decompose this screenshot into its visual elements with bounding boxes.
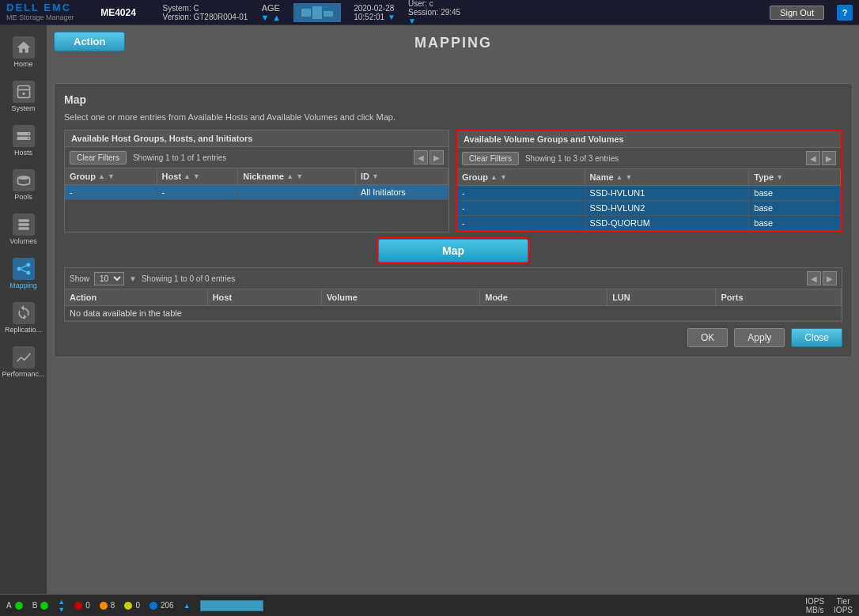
pools-icon [16,172,32,188]
type-filter-icon[interactable]: ▼ [776,173,783,181]
system-icon [16,84,32,100]
performance-icon [16,350,32,365]
dialog-buttons: OK Apply Close [64,322,842,347]
sidebar-item-performance[interactable]: Performanc... [1,342,47,383]
sidebar-item-system[interactable]: System [1,76,47,117]
apply-button[interactable]: Apply [734,328,785,347]
up-down-arrows2: ▲ [184,602,191,610]
svg-point-16 [26,271,30,275]
left-entry-count: Showing 1 to 1 of 1 entries [133,153,226,162]
map-dialog: Map Select one or more entries from Avai… [54,83,853,357]
svg-rect-0 [301,9,311,17]
volumes-icon [16,217,32,232]
id-filter-icon[interactable]: ▼ [372,172,379,180]
svg-point-9 [28,138,29,139]
system-info: System: C Version: GT280R004-01 [163,4,248,21]
status-bar: A B ▲ ▼ 0 8 0 206 ▲ IOPS MB/s Tier IOPS [0,594,859,616]
left-table: Group▲▼ Host▲▼ Nickname▲▼ ID▼ --All Init… [65,168,448,200]
table-row[interactable]: -SSD-HVLUN1base [457,186,841,201]
show-row: Show 10 25 50 ▼ Showing 1 to 0 of 0 entr… [65,268,842,289]
dialog-title: Map [64,93,842,106]
led-a-green [15,602,23,610]
led-red [74,602,82,610]
svg-rect-13 [18,227,28,229]
sidebar: Home System Hosts Pools [0,25,47,594]
bot-col-action: Action [65,289,207,306]
right-panel-title: Available Volume Groups and Volumes [457,131,841,148]
bot-col-volume: Volume [322,289,480,306]
svg-rect-11 [18,219,28,221]
bottom-nav-arrows: ◀ ▶ [807,271,837,285]
name-filter-icon[interactable]: ▼ [626,173,633,181]
up-down-arrows: ▲ ▼ [58,598,65,614]
left-col-id: ID▼ [355,168,448,185]
table-row[interactable]: -SSD-HVLUN2base [457,201,841,216]
group-sort-icon[interactable]: ▲ [98,172,105,180]
right-nav-next[interactable]: ▶ [822,151,836,165]
sidebar-item-home[interactable]: Home [1,32,47,73]
svg-point-5 [22,93,25,95]
host-sort-icon[interactable]: ▲ [184,172,191,180]
right-panel: Available Volume Groups and Volumes Clea… [456,130,842,232]
ok-button[interactable]: OK [687,328,728,347]
status-yellow: 0 [124,601,140,610]
svg-rect-2 [324,11,333,17]
right-nav-prev[interactable]: ◀ [806,151,820,165]
right-clear-filters-button[interactable]: Clear Filters [462,152,519,165]
hosts-icon [16,128,32,144]
rgroup-sort-icon[interactable]: ▲ [490,173,498,181]
sidebar-item-mapping[interactable]: Mapping [1,253,47,294]
show-select[interactable]: 10 25 50 [94,272,124,285]
status-red: 0 [74,601,90,610]
left-nav-next[interactable]: ▶ [430,150,444,164]
left-toolbar: Clear Filters Showing 1 to 1 of 1 entrie… [65,147,448,168]
table-row[interactable]: --All Initiators [65,185,448,200]
iops-label: IOPS MB/s [805,597,824,614]
home-icon [16,40,32,55]
status-orange: 8 [100,601,115,610]
right-table: Group▲▼ Name▲▼ Type▼ -SSD-HVLUN1base-SSD… [457,169,841,231]
left-panel-title: Available Host Groups, Hosts, and Initia… [65,130,448,147]
bottom-entry-count: Showing 1 to 0 of 0 entries [142,274,235,283]
signout-button[interactable]: Sign Out [770,6,824,20]
left-clear-filters-button[interactable]: Clear Filters [70,151,127,164]
bottom-nav-prev[interactable]: ◀ [807,271,821,285]
table-row: No data available in the table [65,306,842,321]
close-button[interactable]: Close [791,328,842,347]
sidebar-item-hosts[interactable]: Hosts [1,120,47,161]
led-orange [100,602,108,610]
rgroup-filter-icon[interactable]: ▼ [500,173,507,181]
help-button[interactable]: ? [837,5,853,21]
sidebar-item-pools[interactable]: Pools [1,164,47,206]
tier-label: Tier IOPS [834,597,853,614]
bottom-nav-next[interactable]: ▶ [823,271,837,285]
down-arrow-icon: ▼ [129,274,137,283]
action-button[interactable]: Action [54,32,125,51]
nickname-filter-icon[interactable]: ▼ [296,172,303,180]
group-filter-icon[interactable]: ▼ [108,172,115,180]
bot-col-mode: Mode [480,289,607,306]
right-toolbar: Clear Filters Showing 1 to 3 of 3 entrie… [457,148,841,169]
name-sort-icon[interactable]: ▲ [616,173,623,181]
network-icon [293,3,341,22]
bot-col-host: Host [207,289,321,306]
left-nav-arrows: ◀ ▶ [414,150,444,164]
left-nav-prev[interactable]: ◀ [414,150,428,164]
left-col-group: Group▲▼ [65,168,157,185]
sidebar-item-replication[interactable]: Replicatio... [1,297,47,338]
table-row[interactable]: -SSD-QUORUMbase [457,216,841,231]
logo: DELL EMC ME Storage Manager [6,2,74,21]
dialog-subtitle: Select one or more entries from Availabl… [64,112,842,122]
user-info: User: c Session: 29:45 ▼ [408,0,460,25]
status-a: A [6,601,23,610]
panels-row: Available Host Groups, Hosts, and Initia… [64,130,842,232]
host-filter-icon[interactable]: ▼ [193,172,200,180]
map-button[interactable]: Map [378,239,528,263]
led-b-green [40,602,48,610]
nickname-sort-icon[interactable]: ▲ [286,172,293,180]
sidebar-item-volumes[interactable]: Volumes [1,209,47,250]
content-area: Action MAPPING Map Select one or more en… [47,25,859,594]
led-yellow [124,602,132,610]
main-area: Home System Hosts Pools [0,25,859,594]
led-blue [149,602,157,610]
